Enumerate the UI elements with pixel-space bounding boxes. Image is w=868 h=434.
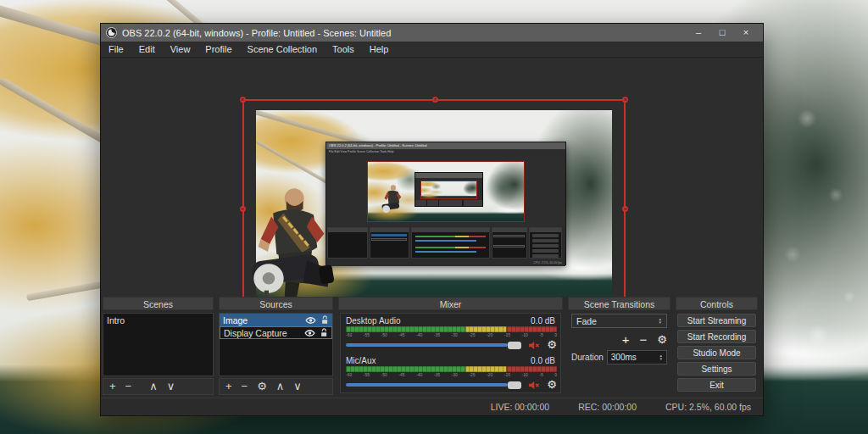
lock-icon[interactable] [320,315,329,325]
preview-canvas[interactable]: OBS 22.0.2 (64-bit, windows) - Profile: … [101,58,763,297]
selection-handle[interactable] [240,206,246,212]
volume-meter [346,326,557,332]
scenes-list[interactable]: Intro [103,313,214,376]
obs-window: OBS 22.0.2 (64-bit, windows) - Profile: … [100,23,764,416]
channel-settings-gear-icon[interactable]: ⚙ [547,380,557,390]
volume-slider-row: ⚙ [346,380,557,390]
menu-view[interactable]: View [163,42,198,58]
mixer-panel-title: Mixer [338,297,563,310]
source-properties-gear-icon[interactable]: ⚙ [257,379,267,394]
move-scene-down-button[interactable]: ∨ [167,379,175,394]
move-source-down-button[interactable]: ∨ [293,379,302,394]
remove-source-button[interactable]: − [242,379,248,394]
source-item-image[interactable]: Image [220,314,332,326]
controls-panel: Controls Start Streaming Start Recording… [676,297,758,395]
mixer-channel-db: 0.0 dB [531,316,555,326]
meter-scale: -60-55-50-45-40-35-30-25-20-15-10-50 [346,372,557,378]
volume-slider[interactable] [346,383,508,387]
mixer-channel-name: Desktop Audio [346,316,401,326]
selection-border[interactable]: OBS 22.0.2 (64-bit, windows) - Profile: … [242,99,626,297]
recursive-titlebar: OBS 22.0.2 (64-bit, windows) - Profile: … [326,142,565,149]
unlock-icon[interactable] [320,328,328,337]
sources-panel-title: Sources [219,297,333,310]
volume-slider[interactable] [346,343,508,347]
recursive-menubar: File Edit View Profile Scene Collection … [326,149,565,155]
menu-help[interactable]: Help [362,42,397,58]
duration-spinbox[interactable]: 300ms ▲ ▼ [607,350,667,364]
maximize-button[interactable]: □ [710,24,734,42]
scene-item-intro[interactable]: Intro [103,314,213,326]
controls-panel-title: Controls [676,297,758,310]
minimize-button[interactable]: – [687,24,710,42]
add-scene-button[interactable]: + [109,379,116,394]
visibility-eye-icon[interactable] [304,330,315,337]
sources-toolbar: + − ⚙ ∧ ∨ [219,378,333,395]
transitions-panel-title: Scene Transitions [568,297,670,310]
recursive-dock [326,226,565,259]
recursive-heavy-image [381,182,404,220]
menu-scene-collection[interactable]: Scene Collection [240,42,326,58]
move-source-up-button[interactable]: ∧ [276,379,285,394]
selection-handle[interactable] [432,97,438,103]
channel-settings-gear-icon[interactable]: ⚙ [547,340,557,350]
recursive-obs-level-1: OBS 22.0.2 (64-bit, windows) - Profile: … [326,142,566,265]
volume-meter [346,366,557,372]
mixer-channel-db: 0.0 dB [531,356,555,365]
sources-panel: Sources Image [219,297,333,395]
volume-slider-row: ⚙ [346,340,557,350]
scenes-toolbar: + − ∧ ∨ [103,378,214,395]
settings-button[interactable]: Settings [677,362,756,376]
recursive-preview [326,155,565,226]
menu-tools[interactable]: Tools [325,42,362,58]
sources-list[interactable]: Image Display Capture [219,313,333,376]
selection-handle[interactable] [622,97,628,103]
scenes-panel: Scenes Intro + − ∧ ∨ [103,297,214,395]
window-title: OBS 22.0.2 (64-bit, windows) - Profile: … [122,28,391,38]
obs-logo-icon [106,27,117,38]
start-recording-button[interactable]: Start Recording [677,330,756,343]
source-item-display-capture[interactable]: Display Capture [220,326,332,339]
duration-spinner[interactable]: ▲ ▼ [659,354,663,361]
cpu-fps: CPU: 2.5%, 60.00 fps [665,402,751,412]
mute-speaker-icon[interactable] [528,381,540,390]
transition-properties-gear-icon[interactable]: ⚙ [657,333,667,346]
menubar: File Edit View Profile Scene Collection … [101,42,763,58]
close-button[interactable]: × [734,24,758,42]
transition-select[interactable]: Fade ▲ ▼ [571,314,667,328]
statusbar: LIVE: 00:00:00 REC: 00:00:00 CPU: 2.5%, … [101,398,763,415]
mixer-channel-name: Mic/Aux [346,356,376,365]
move-scene-up-button[interactable]: ∧ [149,379,158,394]
recursive-selection [367,161,525,222]
meter-scale: -60-55-50-45-40-35-30-25-20-15-10-50 [346,332,557,338]
mixer-body: Desktop Audio 0.0 dB -60-55-50-45-40-35-… [340,313,561,393]
duration-row: Duration 300ms ▲ ▼ [571,350,667,364]
add-transition-button[interactable]: + [622,332,630,347]
add-source-button[interactable]: + [225,379,232,394]
rec-time: REC: 00:00:00 [578,402,637,412]
selection-handle[interactable] [622,206,628,212]
volume-slider-handle[interactable] [508,381,521,389]
menu-edit[interactable]: Edit [131,42,163,58]
desktop-wallpaper: OBS 22.0.2 (64-bit, windows) - Profile: … [0,0,868,434]
scenes-panel-title: Scenes [103,297,214,310]
select-spinner[interactable]: ▲ ▼ [659,318,662,325]
live-time: LIVE: 00:00:00 [491,402,549,412]
transitions-toolbar: + − ⚙ [571,331,667,347]
titlebar[interactable]: OBS 22.0.2 (64-bit, windows) - Profile: … [101,24,763,42]
menu-profile[interactable]: Profile [198,42,239,58]
remove-scene-button[interactable]: − [125,379,132,394]
studio-mode-button[interactable]: Studio Mode [677,346,756,359]
selection-handle[interactable] [240,97,246,103]
scene-transitions-panel: Scene Transitions Fade ▲ ▼ + − ⚙ Duratio… [568,297,670,395]
start-streaming-button[interactable]: Start Streaming [677,314,756,327]
exit-button[interactable]: Exit [677,378,756,392]
recursive-obs-level-2 [415,172,483,207]
remove-transition-button[interactable]: − [640,332,648,347]
image-source-heavy[interactable] [247,179,335,297]
recursive-statusbar: CPU: 2.5%, 60.00 fps [326,259,565,266]
mixer-panel: Mixer Desktop Audio 0.0 dB -60-55-50-45-… [338,297,563,395]
visibility-eye-icon[interactable] [305,317,316,324]
volume-slider-handle[interactable] [508,342,521,349]
mute-speaker-icon[interactable] [528,341,540,350]
menu-file[interactable]: File [101,42,131,58]
